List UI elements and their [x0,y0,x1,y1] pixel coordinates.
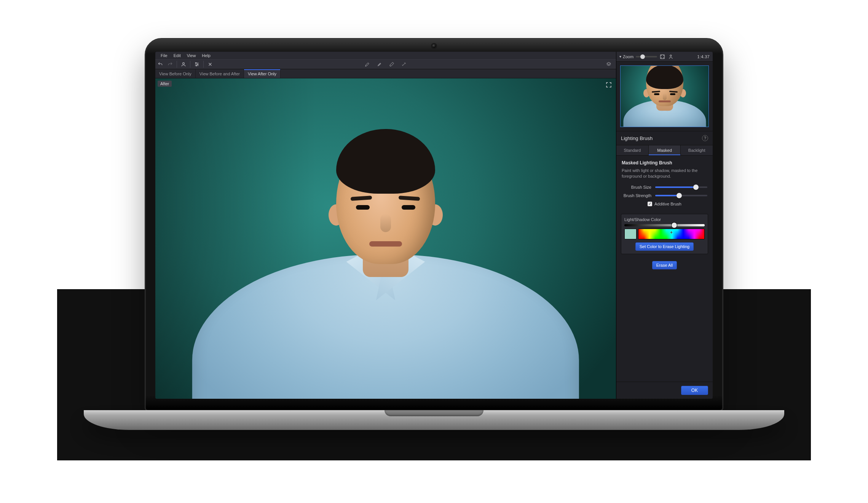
brush-size-slider[interactable] [655,186,707,188]
color-block: Light/Shadow Color + Set Color to Erase … [621,214,708,254]
tab-view-before-only[interactable]: View Before Only [155,69,196,78]
person-icon[interactable] [179,59,188,69]
svg-point-2 [197,64,198,65]
additive-brush-label: Additive Brush [654,202,681,206]
section-description: Paint with light or shadow, masked to th… [622,168,707,180]
mode-tabs: Standard Masked Backlight [616,145,713,156]
sliders-icon[interactable] [192,59,202,69]
after-badge: After [158,81,172,87]
ok-button[interactable]: OK [681,386,708,395]
section-heading: Masked Lighting Brush [622,160,707,166]
tab-view-before-after[interactable]: View Before and After [196,69,244,78]
zoom-row: ▾ Zoom 1:4.37 [616,52,713,62]
app-window: File Edit View Help [155,52,713,399]
menu-file[interactable]: File [158,53,171,59]
mode-tab-backlight[interactable]: Backlight [681,145,713,155]
checkbox-checked-icon: ✓ [648,202,652,206]
canvas[interactable]: After [155,78,616,399]
laptop-mockup: File Edit View Help [145,38,723,430]
panel-title: Lighting Brush [621,135,653,141]
tab-view-after-only[interactable]: View After Only [244,69,281,78]
svg-point-5 [670,55,672,56]
undo-icon[interactable] [155,59,165,69]
luminance-slider[interactable] [624,224,705,226]
wand-icon[interactable] [399,59,409,69]
menubar: File Edit View Help [155,52,616,59]
right-panel: ▾ Zoom 1:4.37 [616,52,713,399]
brush-strength-knob[interactable] [677,193,682,198]
luminance-knob[interactable] [672,223,677,228]
chevron-down-icon[interactable]: ▾ [619,54,621,59]
view-tabs: View Before Only View Before and After V… [155,69,616,78]
menu-view[interactable]: View [184,53,199,59]
camera-icon [432,44,436,48]
mode-tab-masked[interactable]: Masked [649,145,681,155]
eraser-icon[interactable] [387,59,397,69]
navigator-thumbnail[interactable] [620,65,709,127]
layers-icon[interactable] [604,59,614,69]
plus-icon: + [670,230,673,235]
help-icon[interactable]: ? [702,135,708,141]
menu-help[interactable]: Help [199,53,214,59]
set-color-erase-button[interactable]: Set Color to Erase Lighting [635,242,694,251]
brush-light-icon[interactable] [362,59,372,69]
color-label: Light/Shadow Color [624,217,705,222]
brush-size-knob[interactable] [693,185,699,190]
erase-all-button[interactable]: Erase All [652,261,677,269]
actual-pixels-icon[interactable] [668,54,674,60]
hue-picker[interactable]: + [638,229,705,239]
close-icon[interactable] [205,59,215,69]
zoom-slider-knob[interactable] [640,54,645,59]
redo-icon[interactable] [165,59,175,69]
brush-strength-label: Brush Strength [622,193,651,198]
zoom-label: Zoom [623,54,633,59]
zoom-ratio: 1:4.37 [697,54,710,59]
svg-point-0 [183,62,185,64]
brush-strength-slider[interactable] [655,195,707,196]
color-swatch[interactable] [624,229,637,239]
mode-tab-standard[interactable]: Standard [616,145,649,155]
svg-point-1 [196,62,196,63]
zoom-slider[interactable] [636,56,657,57]
fit-screen-icon[interactable] [659,54,665,60]
brush-size-label: Brush Size [622,185,651,189]
additive-brush-checkbox[interactable]: ✓ Additive Brush [622,202,707,206]
brush-shadow-icon[interactable] [375,59,385,69]
portrait-image [155,78,616,399]
svg-point-3 [196,65,197,66]
panel-header: Lighting Brush ? [616,131,713,145]
menu-edit[interactable]: Edit [171,53,184,59]
fullscreen-icon[interactable] [605,81,612,88]
toolbar [155,59,616,69]
